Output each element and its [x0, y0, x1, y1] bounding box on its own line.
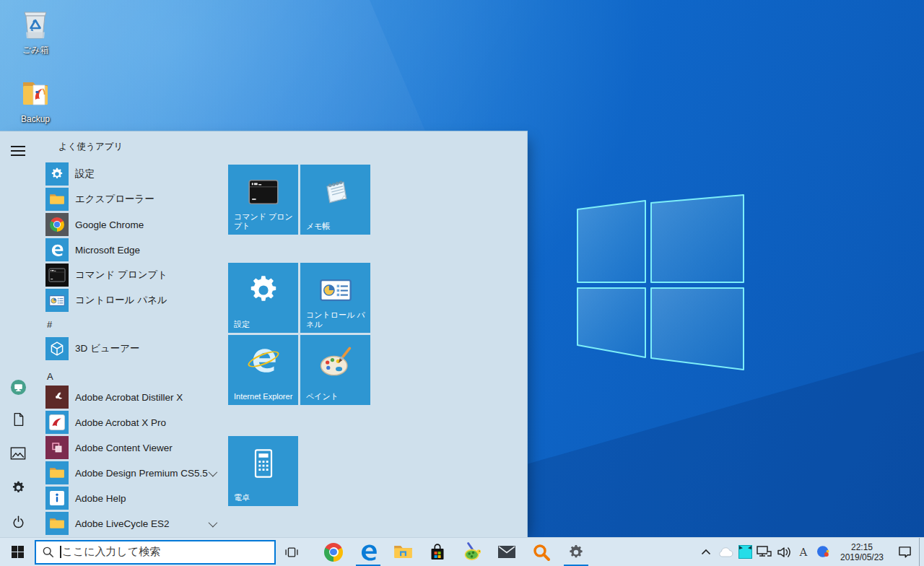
start-menu-expand-button[interactable] [11, 146, 25, 156]
app-item-chrome[interactable]: Google Chrome [45, 213, 217, 236]
power-button[interactable] [9, 513, 27, 531]
tile-control-panel[interactable]: コントロール パネル [300, 263, 370, 333]
app-item-3d-viewer[interactable]: 3D ビューアー [45, 337, 217, 360]
settings-button[interactable] [9, 478, 27, 497]
action-center-button[interactable] [890, 538, 919, 566]
volume-icon [777, 546, 793, 559]
taskbar-search-app-button[interactable] [524, 538, 559, 566]
app-item-control-panel[interactable]: コントロール パネル [45, 289, 217, 312]
task-view-button[interactable] [276, 538, 308, 566]
tile-command-prompt[interactable]: コマンド プロンプト [228, 165, 298, 235]
gear-icon [567, 544, 585, 561]
tile-paint[interactable]: ペイント [300, 335, 370, 405]
adobe-design-premium-folder-icon [45, 461, 69, 484]
document-icon [11, 412, 26, 427]
app-item-acrobat-distiller[interactable]: Adobe Acrobat Distiller X [45, 386, 217, 409]
app-item-adobe-help[interactable]: Adobe Help [45, 487, 217, 510]
taskbar-mail-button[interactable] [489, 538, 524, 566]
backup-folder-icon [19, 77, 52, 110]
text-caret [60, 546, 61, 558]
taskbar-chrome-button[interactable] [316, 538, 351, 566]
tray-onedrive-button[interactable] [715, 538, 736, 566]
app-item-edge[interactable]: Microsoft Edge [45, 238, 217, 261]
taskbar-turtle-app-button[interactable] [455, 538, 489, 566]
app-item-settings[interactable]: 設定 [45, 162, 217, 186]
mail-icon [497, 545, 516, 559]
chevron-down-icon[interactable] [209, 518, 218, 527]
file-explorer-icon [393, 544, 413, 560]
calculator-icon [228, 436, 298, 490]
paint-palette-icon [300, 335, 370, 389]
taskbar-file-explorer-button[interactable] [385, 538, 420, 566]
documents-button[interactable] [9, 410, 27, 429]
user-account-button[interactable] [9, 378, 27, 396]
search-placeholder: ここに入力して検索 [62, 545, 161, 559]
desktop-icon-recycle-bin[interactable]: ごみ箱 [7, 6, 64, 55]
pictures-button[interactable] [9, 444, 27, 463]
chrome-logo-icon [50, 217, 64, 232]
explorer-app-icon [45, 188, 69, 211]
acrobat-distiller-app-icon [45, 386, 69, 409]
app-item-command-prompt[interactable]: コマンド プロンプト [45, 264, 217, 287]
chrome-icon [324, 543, 343, 562]
control-panel-icon [49, 295, 65, 307]
adobe-help-app-icon [45, 487, 69, 510]
taskbar-edge-button[interactable] [351, 538, 385, 566]
chevron-up-icon [701, 549, 711, 555]
tray-ime-mode-button[interactable]: A [795, 538, 812, 566]
cyan-app-icon [738, 545, 752, 559]
app-item-adobe-design-premium[interactable]: Adobe Design Premium CS5.5 [45, 461, 217, 484]
chevron-down-icon[interactable] [209, 467, 218, 476]
taskbar-settings-button[interactable] [559, 538, 593, 566]
taskbar-store-button[interactable] [420, 538, 455, 566]
tray-colored-circle-button[interactable] [812, 538, 834, 566]
microsoft-store-icon [429, 543, 446, 562]
task-view-icon [284, 546, 299, 559]
show-desktop-button[interactable] [919, 538, 924, 566]
app-item-explorer[interactable]: エクスプローラー [45, 188, 217, 211]
tray-volume-button[interactable] [775, 538, 795, 566]
terminal-icon [228, 165, 298, 219]
start-app-list: 設定 エクスプローラー Google Chrome Microsoft Edge [45, 162, 217, 537]
recycle-bin-icon [19, 6, 52, 40]
control-panel-app-icon [45, 289, 69, 312]
command-prompt-app-icon [45, 264, 69, 287]
tray-cyan-app-button[interactable] [736, 538, 754, 566]
tile-calculator[interactable]: 電卓 [228, 436, 298, 506]
desktop-icon-label: ごみ箱 [7, 45, 64, 55]
section-header-a[interactable]: A [47, 370, 217, 383]
3d-viewer-app-icon [45, 337, 69, 360]
gear-icon [228, 263, 298, 317]
hamburger-icon [11, 146, 25, 147]
start-button[interactable] [0, 538, 35, 566]
windows-desktop: ごみ箱 Backup よく使うアプリ [0, 0, 924, 566]
notepad-icon [300, 165, 370, 219]
distiller-swirl-icon [49, 389, 65, 405]
search-icon [42, 546, 54, 558]
app-item-acrobat-x-pro[interactable]: Adobe Acrobat X Pro [45, 411, 217, 434]
adobe-livecycle-folder-icon [45, 512, 69, 535]
network-icon [757, 546, 773, 558]
desktop-icon-backup-folder[interactable]: Backup [7, 77, 64, 124]
folder-icon [49, 193, 65, 206]
gear-icon [11, 480, 26, 495]
tray-network-button[interactable] [754, 538, 775, 566]
folder-icon [49, 466, 65, 479]
app-item-adobe-livecycle[interactable]: Adobe LiveCycle ES2 [45, 512, 217, 535]
start-menu: よく使うアプリ [0, 131, 528, 537]
ime-mode-indicator: A [800, 546, 808, 559]
terminal-icon [48, 268, 66, 282]
acrobat-x-pro-app-icon [45, 411, 69, 434]
taskbar-clock[interactable]: 22:15 2019/05/23 [834, 542, 890, 562]
system-tray: A 22:15 2019/05/23 [697, 538, 924, 566]
tile-internet-explorer[interactable]: Internet Explorer [228, 335, 298, 405]
tile-settings[interactable]: 設定 [228, 263, 298, 333]
turtle-mascot-icon [463, 542, 482, 562]
app-item-content-viewer[interactable]: Adobe Content Viewer [45, 436, 217, 459]
section-header-hash[interactable]: # [47, 318, 217, 331]
blue-circle-app-icon [816, 545, 830, 559]
taskbar-search-input[interactable]: ここに入力して検索 [35, 540, 276, 565]
tile-notepad[interactable]: メモ帳 [300, 165, 370, 235]
edge-logo-icon [50, 243, 64, 257]
tray-overflow-button[interactable] [697, 538, 715, 566]
